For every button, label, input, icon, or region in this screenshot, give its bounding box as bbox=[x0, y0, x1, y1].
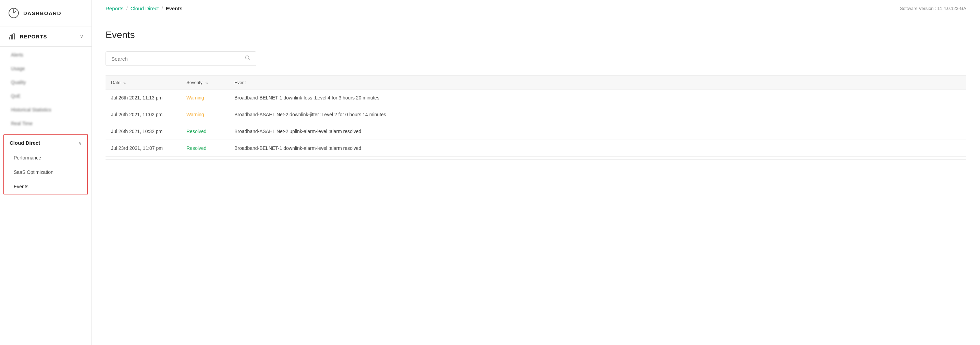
topbar: Reports / Cloud Direct / Events Software… bbox=[92, 0, 980, 17]
cloud-direct-header[interactable]: Cloud Direct ∨ bbox=[4, 135, 88, 150]
sidebar-logo: DASHBOARD bbox=[0, 0, 91, 26]
breadcrumb-sep-1: / bbox=[126, 5, 128, 11]
cell-date-1: Jul 26th 2021, 11:02 pm bbox=[105, 106, 181, 123]
reports-icon bbox=[8, 33, 16, 40]
sidebar-sub-item-alerts[interactable]: Alerts bbox=[0, 48, 91, 62]
reports-sub-items: Alerts Usage Quality QoE Historical Stat… bbox=[0, 46, 91, 132]
page-content: Events Date ⇅ bbox=[92, 17, 980, 345]
breadcrumb: Reports / Cloud Direct / Events bbox=[105, 5, 183, 11]
svg-rect-2 bbox=[11, 35, 13, 40]
cell-date-3: Jul 23rd 2021, 11:07 pm bbox=[105, 140, 181, 157]
search-box bbox=[105, 51, 256, 66]
svg-rect-1 bbox=[9, 37, 10, 40]
cloud-direct-chevron: ∨ bbox=[78, 140, 82, 146]
sidebar-sub-item-qoe[interactable]: QoE bbox=[0, 89, 91, 103]
sidebar-sub-item-historical[interactable]: Historical Statistics bbox=[0, 103, 91, 117]
table-row: Jul 26th 2021, 10:32 pm Resolved Broadba… bbox=[105, 123, 966, 140]
table-footer bbox=[105, 160, 966, 166]
severity-sort-icon: ⇅ bbox=[205, 81, 208, 85]
cell-date-2: Jul 26th 2021, 10:32 pm bbox=[105, 123, 181, 140]
cell-event-1: Broadband-ASAHI_Net-2 downlink-jitter :L… bbox=[229, 106, 966, 123]
cell-event-3: Broadband-BELNET-1 downlink-alarm-level … bbox=[229, 140, 966, 157]
cell-date-0: Jul 26th 2021, 11:13 pm bbox=[105, 89, 181, 106]
sidebar-logo-text: DASHBOARD bbox=[23, 10, 61, 16]
col-header-date[interactable]: Date ⇅ bbox=[105, 76, 181, 89]
date-sort-icon: ⇅ bbox=[123, 81, 126, 85]
breadcrumb-cloud-direct[interactable]: Cloud Direct bbox=[130, 5, 159, 11]
reports-chevron: ∨ bbox=[80, 34, 83, 39]
cell-severity-2: Resolved bbox=[181, 123, 229, 140]
search-input[interactable] bbox=[111, 56, 242, 62]
severity-badge-1: Warning bbox=[186, 112, 204, 117]
breadcrumb-current: Events bbox=[165, 5, 182, 11]
breadcrumb-reports[interactable]: Reports bbox=[105, 5, 124, 11]
cloud-direct-label: Cloud Direct bbox=[10, 140, 40, 146]
reports-main-item[interactable]: REPORTS ∨ bbox=[0, 26, 91, 46]
sidebar: DASHBOARD REPORTS ∨ Alerts Usage Quality… bbox=[0, 0, 92, 345]
sidebar-sub-item-usage[interactable]: Usage bbox=[0, 62, 91, 75]
svg-rect-3 bbox=[14, 34, 15, 40]
col-header-severity[interactable]: Severity ⇅ bbox=[181, 76, 229, 89]
page-title: Events bbox=[105, 29, 966, 40]
cell-event-0: Broadband-BELNET-1 downlink-loss :Level … bbox=[229, 89, 966, 106]
cloud-direct-saas[interactable]: SaaS Optimization bbox=[4, 165, 88, 179]
cloud-direct-events[interactable]: Events bbox=[4, 179, 88, 194]
col-header-event: Event bbox=[229, 76, 966, 89]
main-content: Reports / Cloud Direct / Events Software… bbox=[92, 0, 980, 345]
table-row: Jul 23rd 2021, 11:07 pm Resolved Broadba… bbox=[105, 140, 966, 157]
sidebar-sub-item-realtime[interactable]: Real Time bbox=[0, 117, 91, 130]
table-row: Jul 26th 2021, 11:13 pm Warning Broadban… bbox=[105, 89, 966, 106]
cell-severity-0: Warning bbox=[181, 89, 229, 106]
events-table: Date ⇅ Severity ⇅ Event Jul 26th 2021, 1… bbox=[105, 75, 966, 157]
severity-badge-2: Resolved bbox=[186, 129, 206, 134]
table-header-row: Date ⇅ Severity ⇅ Event bbox=[105, 76, 966, 89]
breadcrumb-sep-2: / bbox=[161, 5, 163, 11]
cell-severity-3: Resolved bbox=[181, 140, 229, 157]
search-icon bbox=[245, 55, 250, 62]
cloud-direct-section: Cloud Direct ∨ Performance SaaS Optimiza… bbox=[3, 134, 88, 195]
cell-severity-1: Warning bbox=[181, 106, 229, 123]
reports-label: REPORTS bbox=[20, 34, 47, 40]
cloud-direct-performance[interactable]: Performance bbox=[4, 150, 88, 165]
severity-badge-0: Warning bbox=[186, 95, 204, 101]
cell-event-2: Broadband-ASAHI_Net-2 uplink-alarm-level… bbox=[229, 123, 966, 140]
sidebar-sub-item-quality[interactable]: Quality bbox=[0, 75, 91, 89]
software-version: Software Version : 11.4.0.123-GA bbox=[900, 6, 966, 11]
search-container bbox=[105, 51, 966, 66]
table-row: Jul 26th 2021, 11:02 pm Warning Broadban… bbox=[105, 106, 966, 123]
reports-main-item-left: REPORTS bbox=[8, 33, 47, 40]
dashboard-icon bbox=[8, 8, 19, 19]
reports-section: REPORTS ∨ Alerts Usage Quality QoE Histo… bbox=[0, 26, 91, 132]
severity-badge-3: Resolved bbox=[186, 145, 206, 151]
